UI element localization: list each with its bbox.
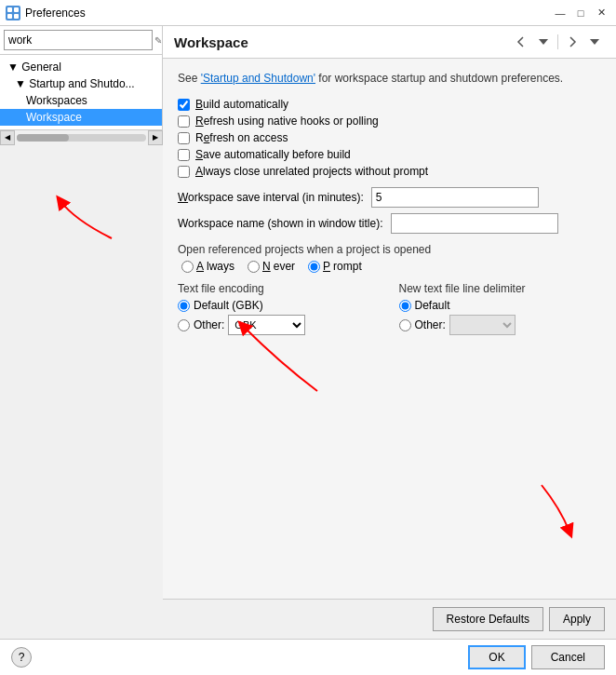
line-delimiter-title: New text file line delimiter bbox=[399, 282, 602, 295]
tree-workspaces-label: Workspaces bbox=[26, 94, 87, 107]
maximize-button[interactable]: □ bbox=[571, 5, 590, 21]
delimiter-default-radio[interactable] bbox=[399, 300, 411, 312]
left-panel: ✎ ▼ General ▼ Startup and Shutdo... Work… bbox=[0, 26, 163, 129]
radio-never[interactable] bbox=[248, 261, 260, 273]
close-unrelated-checkbox[interactable] bbox=[178, 166, 190, 178]
encoding-other-select[interactable]: GBK UTF-8 ISO-8859-1 bbox=[228, 315, 305, 335]
apply-button[interactable]: Apply bbox=[549, 607, 605, 631]
encoding-default-label[interactable]: Default (GBK) bbox=[194, 299, 263, 312]
radio-prompt-label[interactable]: Prompt bbox=[308, 260, 362, 273]
dropdown-button[interactable] bbox=[533, 32, 554, 52]
back-button[interactable] bbox=[511, 32, 531, 52]
search-input[interactable] bbox=[4, 30, 153, 50]
checkbox-close: Always close unrelated projects without … bbox=[178, 165, 601, 178]
checkbox-refresh: Refresh using native hooks or polling bbox=[178, 115, 601, 128]
left-panel-wrapper: ✎ ▼ General ▼ Startup and Shutdo... Work… bbox=[0, 26, 163, 639]
main-content: ✎ ▼ General ▼ Startup and Shutdo... Work… bbox=[0, 26, 616, 639]
dialog-buttons: OK Cancel bbox=[468, 645, 605, 669]
right-panel: Workspace bbox=[163, 26, 616, 639]
save-auto-label[interactable]: Save automatically before build bbox=[195, 148, 351, 161]
delimiter-default-row: Default bbox=[399, 299, 602, 312]
refresh-on-access-checkbox[interactable] bbox=[178, 132, 190, 144]
svg-marker-5 bbox=[539, 39, 548, 45]
open-projects-section: Open referenced projects when a project … bbox=[178, 243, 601, 273]
tree-item-workspaces[interactable]: Workspaces bbox=[0, 92, 162, 109]
radio-always[interactable] bbox=[181, 261, 194, 273]
right-panel-wrapper: Workspace bbox=[163, 26, 616, 639]
close-button[interactable]: ✕ bbox=[592, 5, 610, 21]
search-clear-button[interactable]: ✎ bbox=[154, 33, 162, 47]
ok-button[interactable]: OK bbox=[468, 645, 525, 669]
restore-defaults-button[interactable]: Restore Defaults bbox=[433, 607, 543, 631]
scroll-thumb bbox=[17, 134, 69, 142]
toolbar-dropdown-button[interactable] bbox=[584, 32, 605, 52]
delimiter-other-select[interactable]: Windows Unix Mac bbox=[449, 315, 516, 335]
checkbox-refresh-access: Refresh on access bbox=[178, 131, 601, 144]
workspace-name-row: Workspace name (shown in window title): bbox=[178, 213, 601, 234]
radio-prompt[interactable] bbox=[308, 261, 320, 273]
toolbar-separator bbox=[557, 34, 558, 49]
forward-button[interactable] bbox=[562, 32, 583, 52]
save-auto-checkbox[interactable] bbox=[178, 149, 190, 161]
minimize-button[interactable]: — bbox=[551, 5, 569, 21]
tree-item-startup[interactable]: ▼ Startup and Shutdo... bbox=[0, 75, 162, 92]
encoding-other-row: Other: GBK UTF-8 ISO-8859-1 bbox=[178, 315, 381, 335]
window-controls: — □ ✕ bbox=[551, 5, 610, 21]
tree-area: ▼ General ▼ Startup and Shutdo... Worksp… bbox=[0, 55, 162, 129]
encoding-other-label[interactable]: Other: bbox=[194, 318, 224, 331]
svg-rect-2 bbox=[7, 14, 12, 19]
right-content: See 'Startup and Shutdown' for workspace… bbox=[163, 59, 616, 599]
cancel-button[interactable]: Cancel bbox=[531, 645, 605, 669]
window-title: Preferences bbox=[25, 7, 551, 20]
tree-item-workspace[interactable]: Workspace bbox=[0, 109, 162, 126]
left-scrollbar[interactable]: ◀ ▶ bbox=[0, 129, 163, 144]
arrow-annotation-left bbox=[56, 192, 130, 248]
text-encoding-title: Text file encoding bbox=[178, 282, 381, 295]
line-delimiter-section: New text file line delimiter Default Oth… bbox=[399, 282, 602, 335]
refresh-native-hooks-checkbox[interactable] bbox=[178, 115, 190, 128]
description-text: See 'Startup and Shutdown' for workspace… bbox=[178, 70, 601, 87]
encoding-other-radio[interactable] bbox=[178, 319, 190, 331]
scroll-right-button[interactable]: ▶ bbox=[148, 130, 163, 145]
save-interval-row: Workspace save interval (in minutes): bbox=[178, 187, 601, 208]
delimiter-default-label[interactable]: Default bbox=[415, 299, 450, 312]
search-bar: ✎ bbox=[0, 26, 162, 55]
open-projects-radio-group: Always Never Prompt bbox=[181, 260, 601, 273]
refresh-native-hooks-label[interactable]: Refresh using native hooks or polling bbox=[195, 115, 379, 128]
delimiter-other-row: Other: Windows Unix Mac bbox=[399, 315, 602, 335]
button-bar: Restore Defaults Apply bbox=[163, 599, 616, 639]
tree-workspace-label: Workspace bbox=[26, 111, 82, 124]
open-projects-label: Open referenced projects when a project … bbox=[178, 243, 601, 256]
delimiter-other-radio[interactable] bbox=[399, 319, 411, 331]
build-automatically-label[interactable]: Build automatically bbox=[195, 98, 288, 111]
header-toolbar bbox=[511, 32, 605, 52]
tree-general-label: ▼ General bbox=[7, 61, 61, 74]
tree-startup-label: ▼ Startup and Shutdo... bbox=[15, 77, 135, 90]
svg-rect-3 bbox=[14, 14, 19, 19]
help-button[interactable]: ? bbox=[11, 647, 32, 668]
close-unrelated-label[interactable]: Always close unrelated projects without … bbox=[195, 165, 428, 178]
text-encoding-section: Text file encoding Default (GBK) Other: … bbox=[178, 282, 381, 335]
svg-marker-6 bbox=[590, 39, 599, 45]
startup-shutdown-link[interactable]: 'Startup and Shutdown' bbox=[201, 72, 315, 85]
scroll-left-button[interactable]: ◀ bbox=[0, 130, 15, 145]
save-interval-input[interactable] bbox=[371, 187, 539, 208]
page-title: Workspace bbox=[174, 34, 248, 50]
encoding-default-radio[interactable] bbox=[178, 300, 190, 312]
svg-rect-1 bbox=[14, 7, 19, 12]
radio-never-label[interactable]: Never bbox=[248, 260, 295, 273]
app-icon bbox=[6, 6, 20, 20]
titlebar: Preferences — □ ✕ bbox=[0, 0, 616, 26]
encoding-delimiter-section: Text file encoding Default (GBK) Other: … bbox=[178, 282, 601, 335]
right-header: Workspace bbox=[163, 26, 616, 59]
build-automatically-checkbox[interactable] bbox=[178, 99, 190, 111]
tree-item-general[interactable]: ▼ General bbox=[0, 59, 162, 75]
workspace-name-input[interactable] bbox=[391, 213, 558, 234]
checkbox-save: Save automatically before build bbox=[178, 148, 601, 161]
radio-always-label[interactable]: Always bbox=[181, 260, 234, 273]
delimiter-other-label[interactable]: Other: bbox=[415, 318, 446, 331]
dialog-bottom: ? OK Cancel bbox=[0, 639, 616, 675]
checkbox-build: Build automatically bbox=[178, 98, 601, 111]
refresh-on-access-label[interactable]: Refresh on access bbox=[195, 131, 288, 144]
svg-rect-0 bbox=[7, 7, 12, 12]
